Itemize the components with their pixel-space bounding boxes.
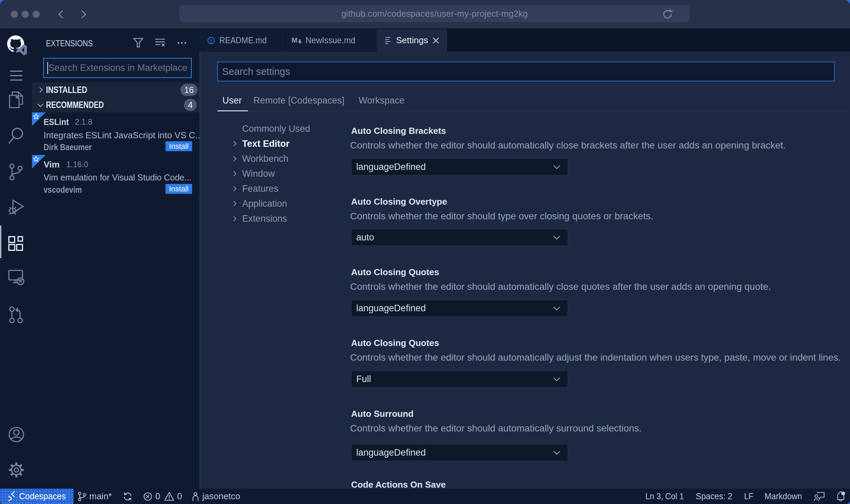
svg-text:i: i	[210, 38, 212, 43]
